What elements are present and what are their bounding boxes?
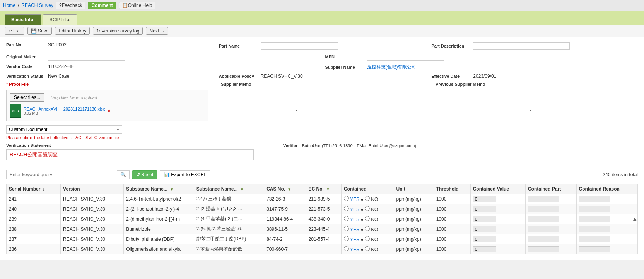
effective-date-field: Effective Date 2023/09/01: [431, 73, 638, 79]
contained-no-radio[interactable]: [365, 226, 370, 231]
contained-part-input[interactable]: [528, 216, 559, 222]
contained-reason-input[interactable]: [579, 226, 610, 232]
th-version: Version: [61, 184, 124, 194]
cell-version: REACH SVHC_V.30: [61, 214, 124, 224]
contained-value-input[interactable]: [473, 196, 496, 202]
contained-part-input[interactable]: [528, 206, 559, 212]
contained-yes-radio[interactable]: [344, 246, 349, 251]
next-button[interactable]: Next →: [146, 27, 168, 35]
contained-value-input[interactable]: [473, 206, 496, 212]
file-info: REACHAnnexXVII__20231121171136.xlsx 0.02…: [24, 107, 105, 116]
contained-yes-label[interactable]: YES: [344, 247, 360, 252]
contained-reason-input[interactable]: [579, 236, 610, 242]
export-excel-button[interactable]: 📊 Export to EXCEL: [160, 170, 210, 179]
feedback-button[interactable]: ?Feedback: [56, 2, 85, 9]
home-link[interactable]: Home: [3, 3, 15, 8]
contained-yes-radio[interactable]: [344, 206, 349, 211]
contained-yes-label[interactable]: YES: [344, 207, 360, 212]
contained-value-input[interactable]: [473, 226, 496, 232]
cell-substance-en: 2,4,6-Tri-tert-butylphenol(2: [124, 194, 194, 204]
reset-button[interactable]: ↺ Reset: [132, 170, 157, 179]
editor-history-button[interactable]: Editor History: [55, 27, 90, 35]
th-contained-part-label: Contained Part: [528, 186, 561, 192]
contained-yes-radio[interactable]: [344, 226, 349, 231]
th-ec-inner: EC No. ▼: [309, 186, 339, 192]
contained-value-input[interactable]: [473, 246, 496, 252]
contained-yes-radio[interactable]: [344, 196, 349, 201]
contained-no-label[interactable]: NO: [365, 207, 378, 212]
online-help-button[interactable]: 📋Online Help: [119, 2, 156, 9]
cell-threshold: 1000: [434, 204, 470, 214]
contained-no-label[interactable]: NO: [365, 247, 378, 252]
exit-button[interactable]: ↩ Exit: [5, 27, 24, 35]
contained-yes-label[interactable]: YES: [344, 237, 360, 242]
warning-message: Please submit the latest effective REACH…: [6, 135, 208, 140]
substance-en-filter-icon[interactable]: ▼: [170, 187, 174, 191]
original-maker-input[interactable]: [48, 53, 125, 61]
serial-sort-icon[interactable]: ↓: [43, 187, 44, 191]
contained-no-label[interactable]: NO: [365, 197, 378, 202]
contained-yes-label[interactable]: YES: [344, 197, 360, 202]
contained-yes-label[interactable]: YES: [344, 227, 360, 232]
contained-reason-input[interactable]: [579, 246, 610, 252]
cell-contained-value: [470, 214, 525, 224]
contained-value-input[interactable]: [473, 236, 496, 242]
contained-reason-input[interactable]: [579, 216, 610, 222]
top-navigation: Home / REACH Survey ?Feedback Comment 📋O…: [0, 0, 644, 11]
substance-zh-filter-icon[interactable]: ▼: [240, 187, 244, 191]
contained-no-label[interactable]: NO: [365, 217, 378, 222]
contained-value-input[interactable]: [473, 216, 496, 222]
contained-yes-radio[interactable]: [344, 236, 349, 241]
contained-yes-radio[interactable]: [344, 216, 349, 221]
part-name-input[interactable]: [261, 42, 338, 50]
supplier-memo-input[interactable]: [221, 88, 298, 111]
tab-basic-info[interactable]: Basic Info.: [5, 14, 41, 25]
contained-no-label[interactable]: NO: [365, 237, 378, 242]
previous-supplier-memo-input[interactable]: [436, 88, 532, 111]
cas-filter-icon[interactable]: ▼: [287, 187, 291, 191]
contained-no-radio[interactable]: [365, 236, 370, 241]
part-description-field: Part Description: [431, 42, 638, 50]
contained-no-label[interactable]: NO: [365, 227, 378, 232]
version-survey-log-button[interactable]: ↻ Version survey log: [93, 27, 143, 35]
cell-ec: 438-340-0: [306, 214, 341, 224]
vendor-code-label: Vendor Code: [6, 64, 45, 69]
comment-button[interactable]: Comment: [88, 2, 116, 9]
verification-status-field: Verification Status New Case: [6, 73, 213, 79]
contained-part-input[interactable]: [528, 246, 559, 252]
contained-part-input[interactable]: [528, 226, 559, 232]
yes-text: YES: [350, 207, 359, 212]
contained-no-radio[interactable]: [365, 216, 370, 221]
file-delete-button[interactable]: ×: [107, 108, 110, 114]
th-serial: Serial Number ↓: [7, 184, 61, 194]
th-ec: EC No. ▼: [306, 184, 341, 194]
scroll-up-icon[interactable]: ▲: [632, 216, 638, 222]
contained-no-radio[interactable]: [365, 196, 370, 201]
contained-no-radio[interactable]: [365, 206, 370, 211]
cell-cas: 3147-75-9: [264, 204, 306, 214]
verification-status-value: New Case: [48, 73, 69, 79]
select-files-button[interactable]: Select files...: [10, 93, 44, 102]
mpn-input[interactable]: [367, 53, 444, 61]
contained-yes-label[interactable]: YES: [344, 217, 360, 222]
part-description-input[interactable]: [473, 42, 570, 50]
custom-document-select[interactable]: Custom Document: [6, 125, 122, 134]
save-button[interactable]: 💾 Save: [27, 27, 52, 35]
contained-part-input[interactable]: [528, 196, 559, 202]
search-input[interactable]: [6, 170, 114, 179]
ec-filter-icon[interactable]: ▼: [326, 187, 330, 191]
search-button[interactable]: 🔍: [117, 170, 130, 179]
contained-part-input[interactable]: [528, 236, 559, 242]
contained-reason-input[interactable]: [579, 196, 610, 202]
cell-version: REACH SVHC_V.30: [61, 244, 124, 254]
no-text: NO: [371, 227, 378, 232]
cell-contained-part: [525, 214, 576, 224]
cell-substance-zh: 2,4,6-三叔丁基酚: [194, 194, 264, 204]
tab-scip-info[interactable]: SCIP Info.: [43, 14, 77, 25]
survey-link[interactable]: REACH Survey: [21, 3, 53, 8]
proof-file-section: * Proof File Select files... Drop files …: [6, 82, 208, 140]
contained-reason-input[interactable]: [579, 206, 610, 212]
contained-no-radio[interactable]: [365, 246, 370, 251]
cell-substance-en: 2-(dimethylamino)-2-[(4-m: [124, 214, 194, 224]
scroll-up-button[interactable]: ▲: [632, 216, 638, 223]
